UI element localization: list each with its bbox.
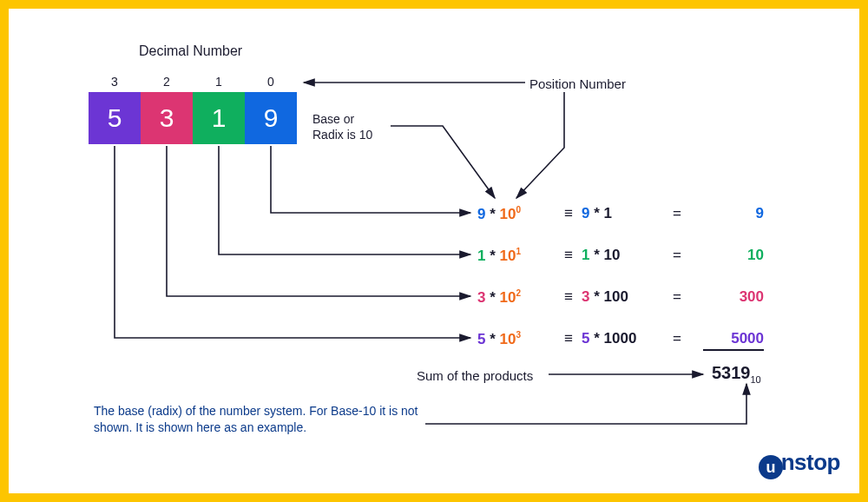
eq-row-2-mult: 3 * 100 — [582, 288, 660, 306]
eq-row-3-mult: 5 * 1000 — [582, 330, 660, 347]
digit-box-1: 1 — [193, 92, 245, 144]
logo-unstop: unstop — [759, 449, 840, 479]
eq-row-0-eq: = — [668, 205, 686, 222]
digit-box-9: 9 — [245, 92, 297, 144]
eq-row-0-mult: 9 9 * 1 — [582, 205, 660, 222]
eq-row-1-eq: = — [668, 247, 686, 264]
position-label-3: 3 — [89, 75, 141, 89]
eq-row-2-equiv: ≡ — [560, 288, 577, 306]
eq-row-1-mult: 1 * 10 — [582, 247, 660, 264]
position-label-1: 1 — [193, 75, 245, 89]
eq-row-3-eq: = — [668, 330, 686, 347]
eq-row-2-result: 300 — [703, 288, 764, 306]
eq-row-0-result: 9 — [703, 205, 764, 222]
eq-row-3-left: 5 * 103 — [477, 330, 560, 348]
diagram-stage: Decimal Number 3 2 1 0 5 3 1 9 Position … — [9, 9, 859, 493]
sum-underline — [703, 349, 764, 351]
position-label-0: 0 — [245, 75, 297, 89]
digit-box-3: 3 — [141, 92, 193, 144]
eq-row-1-left: 1 * 101 — [477, 247, 560, 265]
footnote-base-radix: The base (radix) of the number system. F… — [94, 403, 424, 436]
eq-row-1-equiv: ≡ — [560, 247, 577, 264]
eq-row-2-eq: = — [668, 288, 686, 306]
logo-bubble-icon: u — [759, 455, 783, 479]
eq-row-0-left: 9 * 100 — [477, 205, 560, 223]
label-position-number: Position Number — [529, 76, 626, 91]
eq-row-3-equiv: ≡ — [560, 330, 577, 347]
digit-box-5: 5 — [89, 92, 141, 144]
eq-row-3-result: 5000 — [703, 330, 764, 347]
eq-row-1-result: 10 — [703, 247, 764, 264]
eq-row-0-equiv: ≡ — [560, 205, 577, 222]
title-decimal-number: Decimal Number — [139, 43, 242, 59]
label-sum-of-products: Sum of the products — [417, 368, 533, 383]
position-label-2: 2 — [141, 75, 193, 89]
eq-row-2-left: 3 * 102 — [477, 288, 560, 307]
label-base-radix: Base or Radix is 10 — [312, 111, 372, 142]
sum-value: 531910 — [712, 363, 761, 385]
